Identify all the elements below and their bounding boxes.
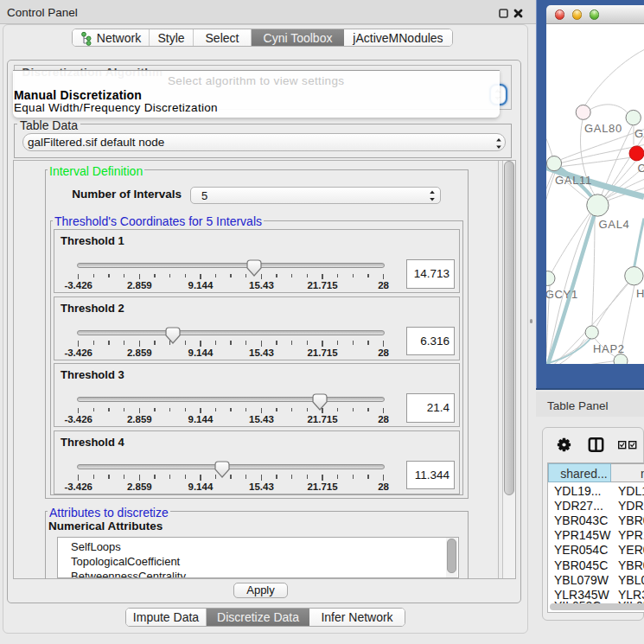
svg-text:H: H xyxy=(636,287,644,300)
svg-text:HAP2: HAP2 xyxy=(593,342,625,355)
svg-text:C: C xyxy=(638,161,644,174)
svg-text:GA: GA xyxy=(634,126,644,139)
svg-text:GAL4: GAL4 xyxy=(599,217,630,230)
svg-text:GAL11: GAL11 xyxy=(555,173,592,186)
svg-text:GCY1: GCY1 xyxy=(546,288,578,301)
svg-text:GAL80: GAL80 xyxy=(584,121,622,134)
